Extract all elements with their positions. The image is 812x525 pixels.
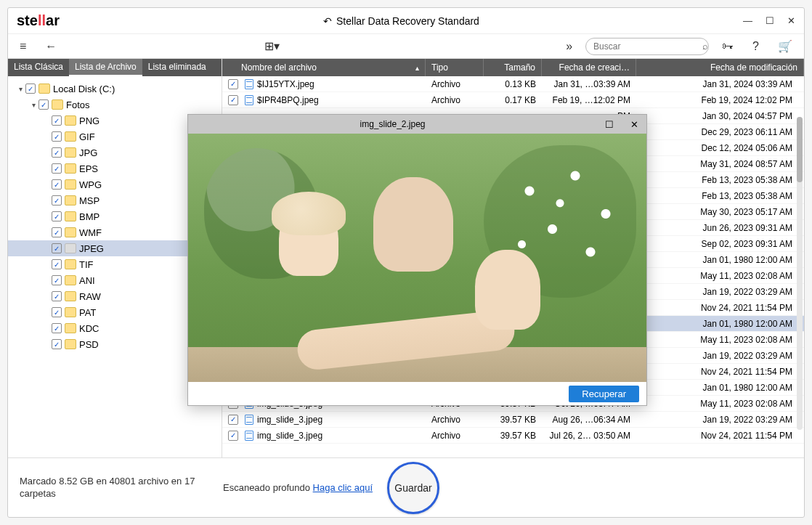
cell-modified: Dec 12, 2024 05:06 AM [636, 143, 804, 153]
cell-type: Archivo [426, 431, 484, 441]
cell-modified: Jan 30, 2024 04:57 PM [636, 111, 804, 121]
col-size[interactable]: Tamaño [484, 59, 542, 76]
tree-root[interactable]: ▾✓Local Disk (C:) [8, 81, 222, 97]
preview-footer: Recuperar [188, 382, 646, 405]
preview-titlebar[interactable]: img_slide_2.jpeg ☐ ✕ [188, 115, 646, 134]
save-button[interactable]: Guardar [387, 462, 439, 514]
view-grid-button[interactable]: ⊞▾ [259, 35, 285, 57]
cell-type: Archivo [426, 95, 484, 105]
minimize-button[interactable]: — [743, 15, 752, 26]
app-window: stellar ↶ Stellar Data Recovery Standard… [7, 7, 805, 518]
cell-size: 0.17 KB [484, 95, 542, 105]
file-icon [245, 95, 253, 105]
folder-icon [38, 84, 50, 94]
folder-icon [65, 211, 76, 221]
preview-close-button[interactable]: ✕ [622, 119, 646, 130]
tree-checkbox[interactable]: ✓ [52, 259, 62, 269]
file-name: $IPR4BPQ.jpeg [257, 95, 319, 105]
tree-checkbox[interactable]: ✓ [38, 99, 49, 110]
help-button[interactable]: ? [747, 36, 765, 57]
deep-scan-link[interactable]: Haga clic aquí [313, 482, 373, 493]
tree-checkbox[interactable]: ✓ [52, 307, 62, 317]
col-modified[interactable]: Fecha de modificación [636, 59, 804, 76]
tree-checkbox[interactable]: ✓ [52, 115, 62, 126]
menu-button[interactable]: ≡ [14, 36, 32, 57]
row-checkbox[interactable]: ✓ [228, 79, 238, 89]
cell-modified: Jan 19, 2022 03:29 AM [636, 351, 804, 361]
tab-deleted-list[interactable]: Lista eliminada [142, 59, 212, 76]
tree-label: RAW [79, 291, 101, 302]
row-checkbox[interactable]: ✓ [228, 95, 238, 105]
tree-checkbox[interactable]: ✓ [52, 291, 62, 301]
col-name[interactable]: Nombre del archivo ▴ [222, 59, 426, 76]
cell-size: 39.57 KB [484, 431, 542, 441]
cell-name: ✓img_slide_3.jpeg [222, 431, 426, 441]
overflow-button[interactable]: » [560, 36, 578, 57]
cell-type: Archivo [426, 79, 484, 89]
sort-indicator-icon: ▴ [415, 64, 419, 72]
cell-modified: Jan 01, 1980 12:00 AM [636, 255, 804, 265]
license-key-button[interactable]: 🗝 [716, 36, 739, 57]
table-row[interactable]: ✓img_slide_3.jpegArchivo39.57 KBAug 26, … [222, 412, 804, 428]
cell-modified: Jan 31, 2024 03:39 AM [636, 79, 804, 89]
tree-checkbox[interactable]: ✓ [52, 179, 62, 190]
tree-label: JPG [79, 147, 97, 158]
table-row[interactable]: ✓img_slide_3.jpegArchivo39.57 KBJul 26, … [222, 428, 804, 444]
tab-classic-list[interactable]: Lista Clásica [8, 59, 69, 76]
cell-modified: Feb 13, 2023 05:38 AM [636, 191, 804, 201]
grid-scrollbar[interactable] [797, 117, 803, 430]
col-name-label: Nombre del archivo [241, 62, 317, 73]
file-name: $IJ15YTX.jpeg [257, 79, 314, 89]
search-box[interactable]: ⌕ [585, 38, 709, 55]
tree-checkbox[interactable]: ✓ [52, 227, 62, 237]
cell-modified: Feb 13, 2023 05:38 AM [636, 175, 804, 185]
cell-name: ✓$IJ15YTX.jpeg [222, 79, 426, 89]
table-row[interactable]: ✓$IPR4BPQ.jpegArchivo0.17 KBFeb 19, …12:… [222, 92, 804, 108]
tree-checkbox[interactable]: ✓ [52, 339, 62, 349]
folder-icon [65, 339, 76, 349]
window-controls: — ☐ ✕ [743, 15, 795, 26]
tree-checkbox[interactable]: ✓ [52, 131, 62, 142]
tree-checkbox[interactable]: ✓ [52, 323, 62, 333]
row-checkbox[interactable]: ✓ [228, 431, 238, 441]
search-icon[interactable]: ⌕ [702, 41, 708, 52]
tree-checkbox[interactable]: ✓ [52, 195, 62, 205]
cell-modified: May 31, 2024 08:57 AM [636, 159, 804, 169]
col-created[interactable]: Fecha de creaci… [542, 59, 636, 76]
folder-icon [65, 227, 76, 237]
logo-part: ste [17, 12, 38, 28]
row-checkbox[interactable]: ✓ [228, 415, 238, 425]
cell-type: Archivo [426, 415, 484, 425]
search-input[interactable] [593, 41, 702, 52]
file-icon [245, 415, 253, 425]
preview-maximize-button[interactable]: ☐ [597, 119, 622, 130]
back-button[interactable]: ← [39, 36, 62, 57]
tree-label: KDC [79, 323, 99, 334]
tree-checkbox[interactable]: ✓ [52, 147, 62, 158]
folder-icon [65, 243, 76, 253]
folder-icon [65, 307, 76, 317]
logo-part-red: ll [38, 12, 46, 28]
preview-photo-bg [188, 134, 646, 382]
tree-chevron-icon: ▾ [15, 85, 25, 93]
tree-fotos[interactable]: ▾✓Fotos [8, 97, 222, 113]
titlebar: stellar ↶ Stellar Data Recovery Standard… [8, 8, 804, 34]
folder-icon [65, 179, 76, 190]
title-text: Stellar Data Recovery Standard [336, 15, 479, 27]
close-button[interactable]: ✕ [787, 15, 795, 26]
tree-checkbox[interactable]: ✓ [52, 211, 62, 221]
marked-summary: Marcado 8.52 GB en 40801 archivo en 17 c… [20, 476, 208, 500]
table-row[interactable]: ✓$IJ15YTX.jpegArchivo0.13 KBJan 31, …03:… [222, 76, 804, 92]
tree-label: MSP [79, 195, 100, 206]
cart-button[interactable]: 🛒 [772, 35, 798, 57]
tree-checkbox[interactable]: ✓ [25, 84, 36, 94]
cell-modified: Jun 26, 2023 09:31 AM [636, 223, 804, 233]
tree-checkbox[interactable]: ✓ [52, 163, 62, 174]
col-type[interactable]: Tipo [426, 59, 484, 76]
recover-button[interactable]: Recuperar [569, 386, 639, 402]
tree-checkbox[interactable]: ✓ [52, 275, 62, 285]
maximize-button[interactable]: ☐ [766, 15, 774, 26]
tab-archive-list[interactable]: Lista de Archivo [69, 59, 142, 76]
cell-modified: May 11, 2023 02:08 AM [636, 271, 804, 281]
tree-checkbox[interactable]: ✓ [52, 243, 62, 253]
